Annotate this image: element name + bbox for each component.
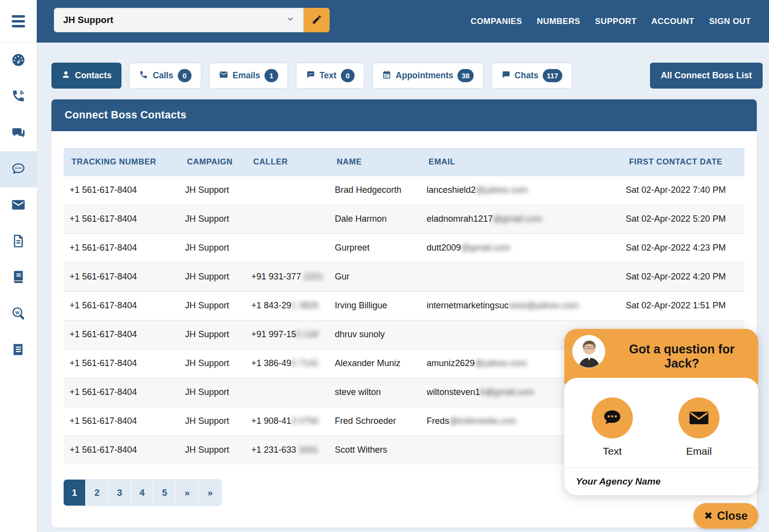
tab-chats[interactable]: Chats 117 (491, 63, 572, 89)
tab-appointments[interactable]: Appointments 38 (372, 63, 483, 89)
nav-support[interactable]: SUPPORT (595, 17, 637, 26)
table-row: +1 561-617-8404JH SupportGurpreetdutt200… (64, 233, 745, 262)
redacted-text: @yahoo.com (476, 185, 528, 195)
tab-contacts[interactable]: Contacts (51, 63, 121, 89)
nav-account[interactable]: ACCOUNT (651, 17, 695, 26)
emails-count-badge: 1 (264, 69, 278, 82)
cell-first-contact-date: Sat 02-Apr-2022 1:51 PM (607, 291, 745, 320)
page-4[interactable]: 4 (131, 480, 154, 506)
sidebar-item-keyword-search[interactable]: w (0, 296, 37, 332)
redacted-text: 0 7142 (291, 358, 318, 368)
visible-text: +91 931-377 (251, 272, 301, 281)
sidebar-item-calls[interactable] (0, 79, 37, 115)
redacted-text: 1 3829 (291, 301, 318, 310)
redacted-text: 6@gmail.com (480, 387, 534, 397)
nav-sign-out[interactable]: SIGN OUT (709, 17, 751, 26)
cell-campaign: JH Support (179, 378, 245, 407)
visible-text: +1 386-49 (251, 358, 291, 368)
file-icon (11, 233, 26, 251)
appointments-count-badge: 38 (457, 69, 473, 82)
phone-icon (139, 70, 148, 82)
nav-companies[interactable]: COMPANIES (471, 17, 522, 26)
sidebar-item-billing[interactable] (0, 332, 37, 369)
cell-name: Gur (329, 262, 421, 291)
nav-numbers[interactable]: NUMBERS (537, 17, 580, 26)
comment-dots-icon (11, 161, 26, 178)
sidebar-item-email[interactable] (0, 187, 37, 224)
cell-caller: +1 386-490 7142 (245, 349, 329, 378)
table-row: +1 561-617-8404JH Support+1 843-291 3829… (64, 291, 745, 320)
chat-text-button[interactable]: Text (592, 397, 633, 457)
visible-text: dutt2009 (427, 243, 461, 253)
tab-label: Emails (233, 70, 260, 81)
cell-caller (245, 205, 329, 233)
page-2[interactable]: 2 (86, 480, 109, 506)
cell-name: Fred Schroeder (329, 407, 421, 436)
cell-email: dutt2009@gmail.com (421, 233, 607, 262)
pagination: 12345»» (64, 480, 221, 506)
visible-text: wiltonsteven1 (427, 387, 480, 397)
sidebar-item-documents[interactable] (0, 224, 37, 260)
cell-email: internetmarketingsuccess@yahoo.com (421, 291, 607, 320)
table-row: +1 561-617-8404JH SupportBrad Hedgecorth… (64, 176, 745, 205)
redacted-text: @gmail.com (461, 243, 510, 253)
page-3[interactable]: 3 (109, 480, 131, 506)
tab-text[interactable]: Text 0 (296, 63, 364, 89)
cell-first-contact-date: Sat 02-Apr-2022 4:20 PM (607, 262, 745, 291)
visible-text: +1 231-633 (251, 445, 296, 455)
cell-tracking-number: +1 561-617-8404 (64, 205, 179, 233)
cell-campaign: JH Support (179, 436, 245, 464)
visible-text: eladnomrah1217 (427, 214, 493, 224)
chat-email-button[interactable]: Email (678, 397, 720, 457)
page-next[interactable]: » (176, 480, 199, 506)
cell-name: Irving Billigue (329, 291, 421, 320)
cell-tracking-number: +1 561-617-8404 (64, 378, 179, 407)
app-root: JH Support COMPANIES NUMBERS SUPPORT ACC… (0, 0, 769, 532)
table-row: +1 561-617-8404JH SupportDale Harmonelad… (64, 205, 745, 233)
jack-avatar (572, 335, 605, 368)
cell-name: Alexander Muniz (329, 349, 421, 378)
all-connect-boss-list-button[interactable]: All Connect Boss List (650, 63, 763, 89)
cell-caller: +1 908-413 0756 (245, 407, 329, 436)
company-dropdown-value: JH Support (63, 15, 113, 25)
page-5[interactable]: 5 (154, 480, 176, 506)
cell-name: Scott Withers (329, 436, 421, 464)
word-search-icon: w (11, 306, 26, 323)
redacted-text: 2221 (301, 272, 323, 281)
redacted-text: @gmail.com (493, 214, 542, 224)
table-header: TRACKING NUMBER CAMPAIGN CALLER NAME EMA… (64, 148, 745, 176)
sidebar-item-contacts-book[interactable] (0, 260, 37, 296)
visible-text: +1 843-29 (251, 301, 291, 310)
calls-count-badge: 0 (178, 69, 192, 82)
col-email: EMAIL (421, 148, 607, 176)
hamburger-menu-icon[interactable] (0, 0, 37, 43)
sidebar-item-conversations[interactable] (0, 115, 37, 151)
cell-email: lanceshield2@yahoo.com (421, 176, 607, 205)
panel-title: Connect Boss Contacts (65, 109, 187, 121)
receipt-icon (11, 342, 26, 359)
cell-name: Dale Harmon (329, 205, 421, 233)
chat-email-label: Email (686, 445, 712, 457)
sidebar-item-dashboard[interactable] (0, 43, 37, 79)
col-tracking-number: TRACKING NUMBER (64, 148, 179, 176)
tab-calls[interactable]: Calls 0 (129, 63, 201, 89)
col-caller: CALLER (245, 148, 329, 176)
cell-name: Brad Hedgecorth (329, 176, 421, 205)
chat-text-label: Text (603, 445, 622, 457)
cell-tracking-number: +1 561-617-8404 (64, 407, 179, 436)
cell-name: steve wilton (329, 378, 421, 407)
cell-tracking-number: +1 561-617-8404 (64, 176, 179, 205)
col-first-contact-date: FIRST CONTACT DATE (607, 148, 745, 176)
visible-text: +1 908-41 (251, 416, 291, 426)
cell-caller: +1 231-633 1691 (245, 436, 329, 464)
comment-icon (306, 70, 315, 82)
page-1[interactable]: 1 (64, 480, 86, 506)
sidebar-item-text-messages[interactable] (0, 151, 37, 187)
cell-name: dhruv sunoly (329, 320, 421, 349)
tab-emails[interactable]: Emails 1 (209, 63, 288, 89)
cell-email (421, 262, 607, 291)
edit-company-button[interactable] (304, 8, 330, 32)
chat-close-button[interactable]: ✖ Close (694, 503, 758, 529)
company-dropdown[interactable]: JH Support (54, 8, 304, 32)
page-next[interactable]: » (199, 480, 221, 506)
